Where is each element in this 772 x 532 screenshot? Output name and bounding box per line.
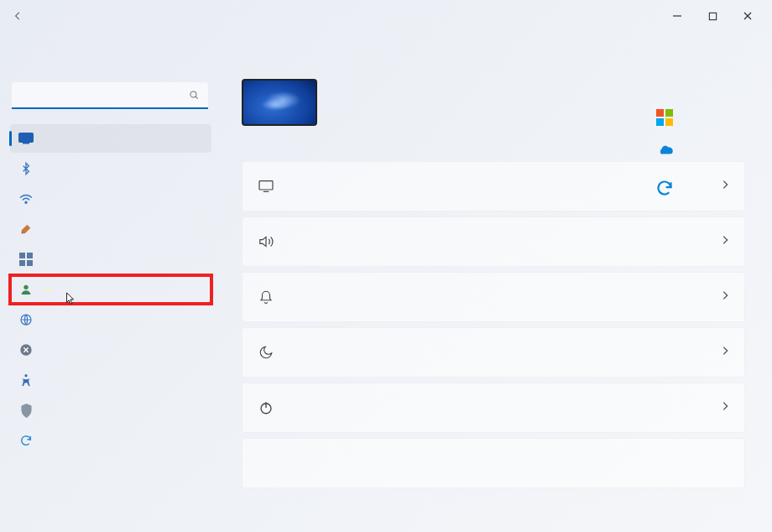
mouse-cursor-icon: [65, 292, 76, 305]
row-storage[interactable]: [242, 438, 745, 488]
person-icon: [18, 282, 34, 297]
microsoft365-icon: [656, 109, 675, 128]
sound-icon: [258, 233, 274, 250]
row-sound[interactable]: [242, 216, 745, 267]
sidebar-item-bluetooth[interactable]: [10, 154, 211, 183]
svg-point-4: [190, 91, 196, 97]
row-focus-assist[interactable]: [242, 327, 745, 378]
close-button[interactable]: [730, 4, 765, 28]
wifi-icon: [18, 191, 34, 206]
minimize-button[interactable]: [660, 4, 695, 28]
sidebar-item-time-language[interactable]: [10, 305, 211, 334]
sidebar-item-system[interactable]: [10, 124, 211, 153]
svg-rect-1: [709, 13, 716, 19]
row-notifications[interactable]: [242, 272, 745, 322]
card-windows-update[interactable]: [656, 180, 772, 198]
search-box[interactable]: [12, 82, 208, 109]
moon-icon: [258, 344, 274, 361]
power-icon: [258, 399, 274, 416]
svg-rect-21: [259, 181, 273, 190]
svg-rect-20: [665, 118, 673, 126]
search-input[interactable]: [20, 89, 188, 102]
back-button[interactable]: [7, 5, 29, 27]
desktop-wallpaper-thumbnail[interactable]: [242, 79, 317, 126]
main-content: [218, 32, 772, 532]
row-power-battery[interactable]: [242, 383, 745, 433]
gaming-icon: [18, 342, 34, 357]
chevron-right-icon: [721, 289, 729, 305]
sidebar-item-privacy-security[interactable]: [10, 396, 211, 425]
svg-point-13: [23, 285, 28, 289]
svg-point-16: [24, 374, 27, 377]
sidebar-item-accessibility[interactable]: [10, 366, 211, 394]
chevron-right-icon: [721, 345, 729, 360]
svg-line-5: [196, 96, 198, 99]
shield-icon: [18, 403, 34, 418]
apps-icon: [18, 252, 34, 267]
display-icon: [258, 178, 274, 195]
chevron-right-icon: [721, 400, 729, 415]
paintbrush-icon: [18, 222, 34, 237]
update-status-icon: [656, 180, 675, 198]
maximize-button[interactable]: [695, 4, 730, 28]
svg-rect-6: [19, 133, 34, 143]
svg-rect-12: [27, 260, 33, 266]
search-icon: [188, 89, 200, 101]
sidebar-item-personalization[interactable]: [10, 215, 211, 243]
svg-point-8: [25, 201, 27, 203]
card-onedrive[interactable]: [656, 144, 772, 163]
bell-icon: [258, 289, 274, 305]
sidebar-item-accounts[interactable]: [10, 275, 211, 304]
sidebar-item-windows-update[interactable]: [10, 426, 211, 455]
globe-clock-icon: [18, 312, 34, 327]
svg-rect-11: [19, 260, 25, 266]
card-microsoft365[interactable]: [656, 109, 772, 128]
svg-rect-10: [27, 253, 33, 258]
svg-rect-17: [656, 109, 664, 117]
sidebar-item-gaming[interactable]: [10, 336, 211, 364]
svg-rect-9: [19, 253, 25, 258]
chevron-right-icon: [721, 234, 729, 249]
onedrive-icon: [656, 144, 675, 163]
update-icon: [18, 433, 34, 448]
svg-rect-19: [656, 118, 664, 126]
bluetooth-icon: [18, 161, 34, 176]
system-icon: [18, 131, 34, 146]
svg-rect-18: [665, 109, 673, 117]
settings-list: [242, 161, 765, 488]
svg-rect-7: [23, 143, 29, 144]
sidebar-item-label: [45, 289, 52, 291]
accessibility-icon: [18, 373, 34, 388]
titlebar: [0, 0, 772, 32]
sidebar-nav: [7, 124, 211, 455]
sidebar: [0, 32, 218, 532]
sidebar-item-network[interactable]: [10, 185, 211, 213]
sidebar-item-apps[interactable]: [10, 245, 211, 274]
